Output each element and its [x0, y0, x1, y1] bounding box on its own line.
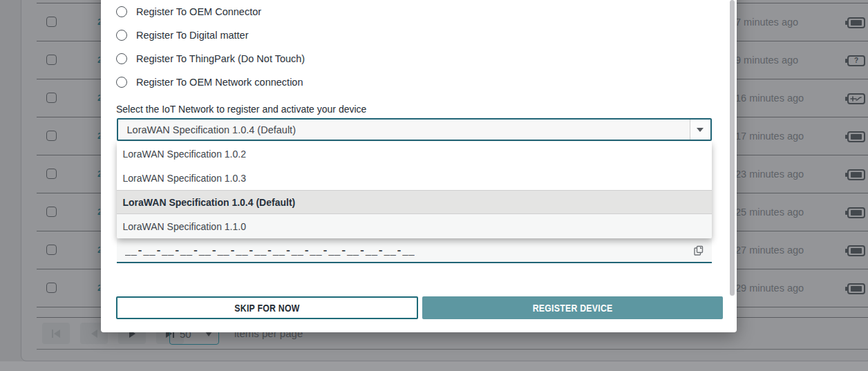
device-link-truncated[interactable]: 2: [97, 245, 100, 256]
dropdown-option[interactable]: LoraWAN Specification 1.0.3: [117, 166, 712, 190]
radio-button-icon[interactable]: [116, 53, 127, 64]
battery-full-icon: [847, 131, 865, 142]
radio-label: Register To OEM Network connection: [136, 77, 303, 88]
row-checkbox[interactable]: [46, 55, 57, 65]
row-checkbox[interactable]: [46, 245, 57, 255]
row-checkbox[interactable]: [46, 283, 57, 293]
row-checkbox[interactable]: [46, 207, 57, 217]
device-link-truncated[interactable]: 2: [97, 93, 100, 104]
radio-button-icon[interactable]: [116, 30, 127, 41]
last-seen-cell: 7 minutes ago: [735, 3, 798, 41]
battery-full-icon: [847, 245, 865, 256]
register-device-button[interactable]: REGISTER DEVICE: [422, 296, 723, 319]
radio-label: Register To ThingPark (Do Not Touch): [136, 53, 305, 64]
device-link-truncated[interactable]: 2: [97, 169, 100, 180]
radio-label: Register To OEM Connector: [136, 6, 261, 17]
registration-radio-row[interactable]: Register To OEM Connector: [116, 6, 261, 18]
battery-full-icon: [847, 283, 865, 294]
registration-radio-row[interactable]: Register To ThingPark (Do Not Touch): [116, 53, 305, 65]
last-seen-cell: 27 minutes ago: [735, 231, 804, 269]
radio-button-icon[interactable]: [116, 6, 127, 17]
last-seen-cell: 23 minutes ago: [735, 155, 804, 193]
modal-scrollbar[interactable]: [730, 0, 735, 296]
last-seen-cell: 16 minutes ago: [735, 79, 804, 117]
dropdown-option[interactable]: LoraWAN Specification 1.0.4 (Default): [117, 190, 712, 214]
row-checkbox[interactable]: [46, 17, 57, 27]
iot-network-selected-value: LoraWAN Specification 1.0.4 (Default): [127, 124, 296, 135]
dropdown-option[interactable]: LoraWAN Specification 1.0.2: [117, 142, 712, 166]
previous-page-icon: [91, 330, 97, 338]
iot-network-dropdown-panel: LoraWAN Specification 1.0.2LoraWAN Speci…: [117, 142, 712, 238]
battery-full-icon: [847, 207, 865, 218]
battery-plugged-icon: [847, 93, 865, 104]
device-key-value: __-__-__-__-__-__-__-__-__-__-__-__-__-_…: [125, 245, 415, 256]
register-button-label: REGISTER DEVICE: [533, 302, 613, 314]
last-seen-cell: 25 minutes ago: [735, 193, 804, 231]
iot-network-select-label: Select the IoT Network to register and a…: [116, 104, 366, 115]
last-seen-cell: 9 minutes ago: [735, 41, 798, 79]
radio-label: Register To Digital matter: [136, 30, 249, 41]
device-link-truncated[interactable]: 2: [97, 283, 100, 294]
first-page-button[interactable]: [42, 323, 70, 344]
device-link-truncated[interactable]: 2: [97, 207, 100, 218]
skip-for-now-button[interactable]: SKIP FOR NOW: [116, 296, 418, 319]
row-checkbox[interactable]: [46, 131, 57, 141]
battery-unknown-icon: ?: [847, 55, 865, 66]
row-checkbox[interactable]: [46, 93, 57, 103]
chevron-down-icon: [205, 332, 212, 336]
page-footer-area: [0, 361, 868, 371]
iot-network-select[interactable]: LoraWAN Specification 1.0.4 (Default): [117, 118, 712, 141]
first-page-icon: [52, 330, 54, 338]
device-link-truncated[interactable]: 2: [97, 55, 100, 66]
skip-button-label: SKIP FOR NOW: [234, 302, 299, 314]
device-key-field[interactable]: __-__-__-__-__-__-__-__-__-__-__-__-__-_…: [117, 238, 712, 263]
radio-button-icon[interactable]: [116, 77, 127, 88]
last-seen-cell: 17 minutes ago: [735, 117, 804, 155]
register-device-modal: Register To OEM Connector Register To Di…: [101, 0, 737, 332]
device-link-truncated[interactable]: 2: [97, 17, 100, 28]
registration-radio-row[interactable]: Register To OEM Network connection: [116, 76, 303, 88]
battery-full-icon: [847, 17, 865, 28]
copy-icon[interactable]: [692, 245, 705, 257]
device-link-truncated[interactable]: 2: [97, 131, 100, 142]
row-checkbox[interactable]: [46, 169, 57, 179]
select-dropdown-button[interactable]: [690, 120, 710, 140]
dropdown-option[interactable]: LoraWAN Specification 1.1.0: [117, 214, 712, 238]
last-seen-cell: 29 minutes ago: [735, 269, 804, 307]
dropdown-arrow-icon: [697, 128, 704, 132]
registration-radio-row[interactable]: Register To Digital matter: [116, 29, 249, 41]
battery-full-icon: [847, 169, 865, 180]
